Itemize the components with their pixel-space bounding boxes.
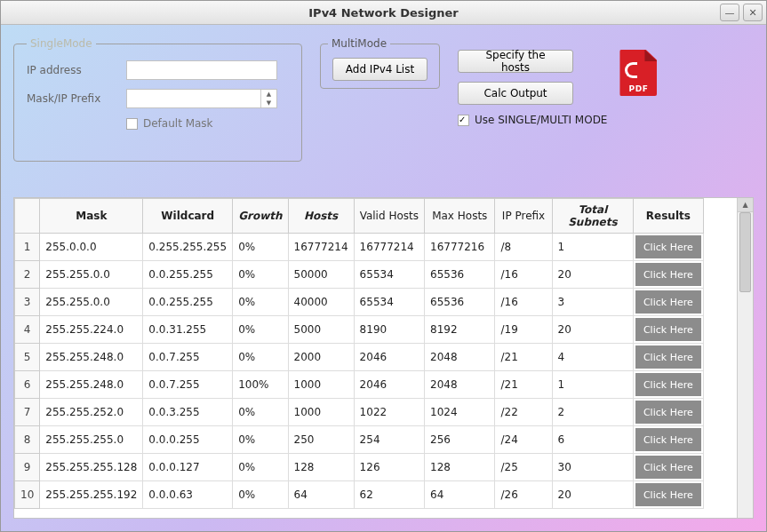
cell-hosts: 128 bbox=[288, 454, 354, 481]
table-row[interactable]: 6255.255.248.00.0.7.255100%100020462048/… bbox=[15, 371, 737, 399]
col-max-hosts[interactable]: Max Hosts bbox=[425, 199, 495, 234]
ip-address-input[interactable] bbox=[126, 60, 277, 80]
cell-max-hosts: 128 bbox=[425, 454, 495, 481]
cell-growth: 0% bbox=[233, 426, 288, 454]
click-here-button[interactable]: Click Here bbox=[635, 263, 700, 286]
row-number: 1 bbox=[15, 234, 40, 261]
click-here-button[interactable]: Click Here bbox=[635, 428, 700, 451]
cell-ip-prefix: /19 bbox=[495, 316, 552, 344]
cell-mask: 255.255.0.0 bbox=[40, 289, 143, 316]
cell-mask: 255.255.248.0 bbox=[40, 344, 143, 371]
click-here-button[interactable]: Click Here bbox=[635, 373, 700, 396]
cell-valid-hosts: 126 bbox=[354, 454, 424, 481]
table-row[interactable]: 7255.255.252.00.0.3.2550%100010221024/22… bbox=[15, 399, 737, 426]
cell-max-hosts: 256 bbox=[425, 426, 495, 454]
close-button[interactable]: ✕ bbox=[743, 4, 763, 21]
cell-mask: 255.0.0.0 bbox=[40, 234, 143, 261]
default-mask-label: Default Mask bbox=[143, 117, 213, 130]
cell-max-hosts: 65536 bbox=[425, 261, 495, 289]
cell-total-subnets: 2 bbox=[552, 399, 634, 426]
cell-max-hosts: 2048 bbox=[425, 371, 495, 399]
scroll-up-icon[interactable]: ▲ bbox=[738, 198, 753, 212]
cell-wildcard: 0.255.255.255 bbox=[143, 234, 233, 261]
cell-wildcard: 0.0.0.255 bbox=[143, 426, 233, 454]
select-spinner-icon[interactable]: ▲▼ bbox=[260, 90, 276, 107]
app-window: IPv4 Network Designer — ✕ SingleMode IP … bbox=[0, 0, 767, 532]
col-results[interactable]: Results bbox=[634, 199, 703, 234]
cell-total-subnets: 4 bbox=[552, 344, 634, 371]
click-here-button[interactable]: Click Here bbox=[635, 483, 700, 506]
col-total-subnets[interactable]: Total Subnets bbox=[552, 199, 634, 234]
row-number: 6 bbox=[15, 371, 40, 399]
cell-hosts: 64 bbox=[288, 481, 354, 509]
col-wildcard[interactable]: Wildcard bbox=[143, 199, 233, 234]
cell-ip-prefix: /24 bbox=[495, 426, 552, 454]
click-here-button[interactable]: Click Here bbox=[635, 401, 700, 424]
cell-max-hosts: 64 bbox=[425, 481, 495, 509]
specify-hosts-button[interactable]: Specify the hosts bbox=[458, 50, 573, 73]
row-number: 4 bbox=[15, 316, 40, 344]
cell-total-subnets: 20 bbox=[552, 481, 634, 509]
scroll-thumb[interactable] bbox=[739, 212, 751, 292]
col-valid-hosts[interactable]: Valid Hosts bbox=[354, 199, 424, 234]
single-mode-group: SingleMode IP address Mask/IP Prefix ▲▼ … bbox=[13, 37, 302, 162]
cell-hosts: 2000 bbox=[288, 344, 354, 371]
cell-mask: 255.255.0.0 bbox=[40, 261, 143, 289]
mask-prefix-label: Mask/IP Prefix bbox=[27, 92, 116, 105]
cell-growth: 0% bbox=[233, 289, 288, 316]
row-number: 7 bbox=[15, 399, 40, 426]
cell-max-hosts: 65536 bbox=[425, 289, 495, 316]
mask-prefix-select[interactable]: ▲▼ bbox=[126, 89, 277, 108]
default-mask-checkbox[interactable] bbox=[126, 118, 138, 130]
click-here-button[interactable]: Click Here bbox=[635, 456, 700, 479]
table-row[interactable]: 3255.255.0.00.0.255.2550%400006553465536… bbox=[15, 289, 737, 316]
cell-mask: 255.255.255.128 bbox=[40, 454, 143, 481]
col-growth[interactable]: Growth bbox=[233, 199, 288, 234]
cell-hosts: 16777214 bbox=[288, 234, 354, 261]
cell-total-subnets: 3 bbox=[552, 289, 634, 316]
table-row[interactable]: 8255.255.255.00.0.0.2550%250254256/246Cl… bbox=[15, 426, 737, 454]
table-row[interactable]: 10255.255.255.1920.0.0.630%646264/2620Cl… bbox=[15, 481, 737, 509]
cell-max-hosts: 1024 bbox=[425, 399, 495, 426]
cell-wildcard: 0.0.7.255 bbox=[143, 371, 233, 399]
cell-total-subnets: 1 bbox=[552, 371, 634, 399]
cell-max-hosts: 2048 bbox=[425, 344, 495, 371]
cell-growth: 0% bbox=[233, 261, 288, 289]
table-row[interactable]: 1255.0.0.00.255.255.2550%167772141677721… bbox=[15, 234, 737, 261]
cell-valid-hosts: 2046 bbox=[354, 371, 424, 399]
cell-hosts: 1000 bbox=[288, 399, 354, 426]
cell-ip-prefix: /16 bbox=[495, 289, 552, 316]
vertical-scrollbar[interactable]: ▲ bbox=[737, 198, 753, 518]
table-row[interactable]: 5255.255.248.00.0.7.2550%200020462048/21… bbox=[15, 344, 737, 371]
cell-mask: 255.255.255.0 bbox=[40, 426, 143, 454]
click-here-button[interactable]: Click Here bbox=[635, 290, 700, 314]
cell-wildcard: 0.0.0.63 bbox=[143, 481, 233, 509]
cell-hosts: 1000 bbox=[288, 371, 354, 399]
minimize-button[interactable]: — bbox=[720, 4, 739, 21]
add-ipv4-list-button[interactable]: Add IPv4 List bbox=[332, 58, 427, 81]
cell-valid-hosts: 16777214 bbox=[354, 234, 424, 261]
table-row[interactable]: 4255.255.224.00.0.31.2550%500081908192/1… bbox=[15, 316, 737, 344]
use-mode-checkbox[interactable] bbox=[458, 115, 469, 126]
click-here-button[interactable]: Click Here bbox=[635, 318, 700, 341]
cell-growth: 0% bbox=[233, 399, 288, 426]
row-number: 8 bbox=[15, 426, 40, 454]
click-here-button[interactable]: Click Here bbox=[635, 235, 700, 258]
results-table: Mask Wildcard Growth Hosts Valid Hosts M… bbox=[14, 198, 737, 509]
col-mask[interactable]: Mask bbox=[40, 199, 143, 234]
cell-wildcard: 0.0.0.127 bbox=[143, 454, 233, 481]
row-number: 2 bbox=[15, 261, 40, 289]
cell-ip-prefix: /16 bbox=[495, 261, 552, 289]
cell-hosts: 50000 bbox=[288, 261, 354, 289]
table-row[interactable]: 2255.255.0.00.0.255.2550%500006553465536… bbox=[15, 261, 737, 289]
click-here-button[interactable]: Click Here bbox=[635, 345, 700, 369]
cell-growth: 100% bbox=[233, 371, 288, 399]
cell-total-subnets: 20 bbox=[552, 316, 634, 344]
col-hosts[interactable]: Hosts bbox=[288, 199, 354, 234]
cell-max-hosts: 8192 bbox=[425, 316, 495, 344]
calc-output-button[interactable]: Calc Output bbox=[458, 82, 573, 105]
table-row[interactable]: 9255.255.255.1280.0.0.1270%128126128/253… bbox=[15, 454, 737, 481]
cell-hosts: 40000 bbox=[288, 289, 354, 316]
col-ip-prefix[interactable]: IP Prefix bbox=[495, 199, 552, 234]
pdf-icon[interactable]: PDF bbox=[619, 50, 657, 96]
